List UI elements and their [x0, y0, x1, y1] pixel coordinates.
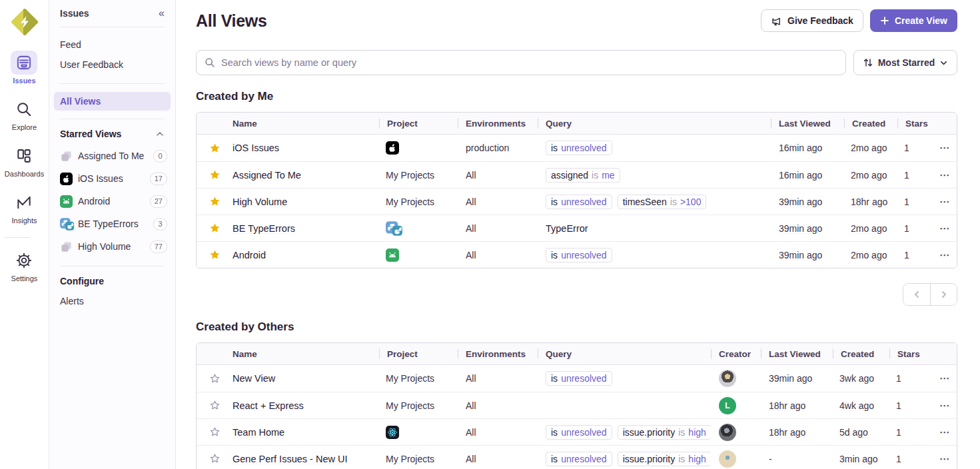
table-row-ios-issues[interactable]: iOS Issuesproductionisunresolved16min ag…	[197, 135, 957, 161]
table-row-gene-perf-issues-new-ui[interactable]: Gene Perf Issues - New UIMy ProjectsAlli…	[197, 445, 957, 469]
sidebar-item-feed[interactable]: Feed	[49, 35, 175, 54]
star-outline-icon[interactable]	[209, 400, 221, 411]
starred-view-ios-issues[interactable]: iOS Issues17	[49, 167, 175, 190]
star-outline-icon[interactable]	[209, 426, 221, 438]
query-cell: isunresolved	[546, 248, 771, 262]
starred-view-label: iOS Issues	[78, 173, 145, 184]
view-name-link[interactable]: iOS Issues	[233, 143, 279, 153]
give-feedback-button[interactable]: Give Feedback	[761, 9, 863, 32]
rail-item-insights[interactable]: Insights	[5, 191, 44, 225]
row-actions-menu-button[interactable]: ⋯	[939, 453, 950, 465]
view-name-link[interactable]: Assigned To Me	[233, 170, 301, 181]
issue-count-badge: 17	[150, 173, 167, 185]
star-filled-icon[interactable]	[209, 169, 221, 181]
stars-cell: 1	[889, 454, 931, 464]
issue-count-badge: 77	[150, 240, 167, 253]
star-filled-icon[interactable]	[209, 223, 221, 234]
created-by-others-heading: Created by Others	[196, 320, 957, 334]
row-actions-menu-button[interactable]: ⋯	[939, 169, 950, 181]
issues-sidebar: Issues « FeedUser Feedback All Views Sta…	[49, 0, 176, 469]
last-viewed-cell: 39min ago	[771, 223, 844, 234]
query-token-chip: timesSeenis>100	[618, 195, 707, 209]
row-actions-menu-button[interactable]: ⋯	[939, 196, 950, 208]
created-by-me-table: NameProjectEnvironmentsQueryLast ViewedC…	[196, 112, 957, 268]
starred-view-high-volume[interactable]: High Volume77	[49, 235, 175, 258]
created-cell: 4wk ago	[833, 400, 889, 411]
sort-dropdown[interactable]: Most Starred	[853, 50, 957, 75]
row-actions-menu-button[interactable]: ⋯	[939, 249, 950, 261]
react-project-icon	[386, 426, 399, 439]
view-name-link[interactable]: Android	[233, 250, 266, 260]
sidebar-title: Issues	[60, 8, 89, 19]
view-name-link[interactable]: Team Home	[233, 427, 284, 438]
row-actions-menu-button[interactable]: ⋯	[939, 223, 950, 234]
sidebar-item-all-views[interactable]: All Views	[54, 92, 171, 111]
row-actions-menu-button[interactable]: ⋯	[939, 372, 950, 384]
view-name-link[interactable]: Gene Perf Issues - New UI	[233, 454, 347, 464]
search-input[interactable]	[221, 57, 837, 68]
star-filled-icon[interactable]	[209, 143, 221, 154]
star-outline-icon[interactable]	[209, 373, 221, 384]
project-cell: My Projects	[379, 373, 458, 384]
divider	[5, 237, 30, 238]
next-page-button[interactable]	[930, 284, 957, 305]
rail-item-settings[interactable]: Settings	[5, 248, 44, 282]
table-row-assigned-to-me[interactable]: Assigned To MeMy ProjectsAllassignedisme…	[197, 161, 957, 188]
sidebar-item-user-feedback[interactable]: User Feedback	[49, 55, 175, 74]
sidebar-item-alerts[interactable]: Alerts	[49, 292, 175, 310]
column-header-name: Name	[233, 119, 379, 129]
query-cell: assignedisme	[546, 168, 771, 183]
table-row-high-volume[interactable]: High VolumeMy ProjectsAllisunresolvedtim…	[197, 188, 957, 215]
view-name-link[interactable]: New View	[233, 373, 275, 384]
starred-views-section-header[interactable]: Starred Views	[49, 127, 175, 145]
sort-arrows-icon	[863, 57, 873, 68]
previous-page-button[interactable]	[903, 284, 930, 305]
created-cell: 2mo ago	[844, 143, 897, 153]
row-actions-menu-button[interactable]: ⋯	[939, 142, 950, 154]
starred-view-android[interactable]: Android27	[49, 190, 175, 213]
chevron-down-icon	[939, 59, 948, 67]
python-icon	[60, 218, 73, 231]
query-token-chip: isunresolved	[546, 371, 612, 386]
nav-rail: IssuesExploreDashboardsInsightsSettings	[0, 0, 49, 469]
star-filled-icon[interactable]	[209, 249, 221, 260]
collapse-sidebar-icon[interactable]: «	[159, 8, 165, 19]
created-cell: 18hr ago	[844, 197, 897, 207]
table-row-new-view[interactable]: New ViewMy ProjectsAllisunresolved39min …	[197, 365, 957, 392]
settings-icon	[15, 252, 33, 269]
starred-view-assigned-to-me[interactable]: Assigned To Me0	[49, 145, 175, 167]
issue-count-badge: 27	[150, 195, 167, 208]
project-cell: My Projects	[379, 400, 458, 411]
stars-cell: 1	[897, 223, 931, 234]
rail-item-explore[interactable]: Explore	[5, 97, 44, 131]
table-header-row: NameProjectEnvironmentsQueryCreatorLast …	[197, 343, 957, 365]
query-cell: isunresolvedissue.priorityishigh	[546, 452, 711, 466]
table-header-row: NameProjectEnvironmentsQueryLast ViewedC…	[197, 113, 957, 135]
rail-item-dashboards[interactable]: Dashboards	[5, 144, 44, 178]
view-name-link[interactable]: React + Express	[233, 400, 304, 411]
create-view-button[interactable]: Create View	[870, 9, 957, 32]
query-cell: isunresolvedtimesSeenis>100	[546, 195, 771, 209]
rail-item-label: Insights	[12, 217, 37, 225]
row-actions-menu-button[interactable]: ⋯	[939, 426, 950, 438]
row-actions-menu-button[interactable]: ⋯	[939, 400, 950, 412]
starred-view-be-typeerrors[interactable]: BE TypeErrors3	[49, 213, 175, 235]
star-filled-icon[interactable]	[209, 196, 221, 207]
table-row-android[interactable]: AndroidAllisunresolved39min ago2mo ago1⋯	[197, 241, 957, 268]
star-outline-icon[interactable]	[209, 453, 221, 464]
page-title: All Views	[196, 11, 267, 31]
column-header-query: Query	[538, 119, 771, 129]
view-name-link[interactable]: High Volume	[233, 197, 287, 207]
column-header-stars: Stars	[889, 349, 931, 359]
table-row-team-home[interactable]: Team HomeAllisunresolvedissue.priorityis…	[197, 418, 957, 445]
sentry-logo[interactable]	[9, 7, 40, 37]
project-cell: My Projects	[379, 170, 458, 181]
created-cell: 5d ago	[833, 427, 889, 438]
view-name-link[interactable]: BE TypeErrors	[233, 223, 295, 234]
table-row-be-typeerrors[interactable]: BE TypeErrorsAllTypeError39min ago2mo ag…	[197, 215, 957, 241]
divider	[60, 119, 165, 119]
environments-cell: All	[458, 223, 538, 234]
rail-item-issues[interactable]: Issues	[5, 51, 44, 85]
table-row-react-express[interactable]: React + ExpressMy ProjectsAllL18hr ago4w…	[197, 392, 957, 418]
configure-section-header: Configure	[49, 274, 175, 292]
